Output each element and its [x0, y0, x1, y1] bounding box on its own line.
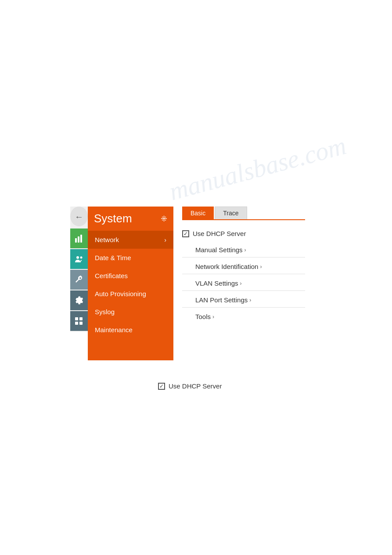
use-dhcp-label: Use DHCP Server	[193, 230, 246, 237]
icon-strip: ←	[70, 207, 88, 332]
bottom-use-dhcp-checkbox[interactable]	[158, 383, 165, 390]
svg-rect-1	[78, 236, 79, 243]
back-icon: ←	[75, 212, 83, 221]
tabs-row: Basic Trace	[182, 207, 305, 220]
nav-label-maintenance: Maintenance	[95, 326, 133, 334]
gear-icon	[74, 296, 84, 305]
tab-basic[interactable]: Basic	[182, 207, 214, 219]
network-identification-arrow: ›	[260, 264, 262, 270]
users-icon-btn[interactable]	[70, 249, 88, 269]
tab-trace[interactable]: Trace	[215, 207, 247, 219]
nav-item-syslog[interactable]: Syslog	[88, 303, 173, 321]
nav-arrow-network: ›	[164, 236, 166, 243]
use-dhcp-checkbox[interactable]	[182, 230, 189, 237]
grid-icon-btn[interactable]	[70, 311, 88, 331]
nav-item-auto-provisioning[interactable]: Auto Provisioning	[88, 285, 173, 303]
nav-label-datetime: Date & Time	[95, 254, 131, 261]
network-identification-label: Network Identification	[195, 263, 258, 270]
nav-item-datetime[interactable]: Date & Time	[88, 249, 173, 267]
tools-settings-arrow: ›	[212, 314, 214, 320]
svg-rect-2	[80, 235, 82, 243]
svg-rect-8	[75, 322, 78, 325]
nav-item-certificates[interactable]: Certificates	[88, 267, 173, 285]
grid-icon	[75, 317, 83, 326]
system-title: System	[94, 212, 132, 225]
content-panel: Basic Trace Use DHCP Server Manual Setti…	[173, 207, 314, 340]
nav-grid-icon: ⁜	[161, 214, 167, 224]
svg-point-3	[76, 256, 79, 259]
svg-rect-6	[75, 317, 78, 320]
bottom-use-dhcp-row: Use DHCP Server	[158, 382, 222, 390]
network-identification-link[interactable]: Network Identification ›	[182, 259, 305, 274]
nav-item-network[interactable]: Network ›	[88, 231, 173, 249]
nav-label-auto-provisioning: Auto Provisioning	[95, 290, 146, 297]
wrench-icon	[74, 275, 84, 285]
nav-panel: System ⁜ Network › Date & Time Certifica…	[88, 207, 173, 360]
use-dhcp-row: Use DHCP Server	[182, 230, 305, 237]
tools-icon-btn[interactable]	[70, 270, 88, 290]
bar-chart-icon	[74, 234, 84, 243]
stats-icon-btn[interactable]	[70, 229, 88, 248]
svg-rect-0	[75, 238, 77, 243]
bottom-section: Use DHCP Server	[158, 382, 222, 395]
dhcp-section: Use DHCP Server Manual Settings › Networ…	[182, 225, 305, 331]
back-button[interactable]: ←	[70, 207, 88, 226]
nav-label-certificates: Certificates	[95, 272, 128, 279]
lan-port-settings-arrow: ›	[249, 297, 251, 303]
nav-item-maintenance[interactable]: Maintenance	[88, 321, 173, 339]
manual-settings-link[interactable]: Manual Settings ›	[182, 243, 305, 258]
svg-rect-9	[79, 322, 83, 325]
svg-point-5	[79, 277, 81, 279]
ui-container: ←	[70, 207, 314, 360]
tools-settings-link[interactable]: Tools ›	[182, 309, 305, 324]
lan-port-settings-link[interactable]: LAN Port Settings ›	[182, 293, 305, 308]
nav-label-network: Network	[95, 236, 119, 243]
bottom-use-dhcp-label: Use DHCP Server	[169, 382, 222, 390]
watermark: manualsbase.com	[166, 131, 349, 207]
manual-settings-arrow: ›	[245, 247, 246, 253]
gear-icon-btn[interactable]	[70, 290, 88, 310]
tools-settings-label: Tools	[195, 313, 211, 320]
vlan-settings-label: VLAN Settings	[195, 279, 238, 287]
users-icon	[74, 254, 84, 264]
nav-header: System ⁜	[88, 207, 173, 231]
svg-point-4	[80, 256, 83, 258]
manual-settings-label: Manual Settings	[195, 246, 243, 254]
nav-label-syslog: Syslog	[95, 308, 115, 316]
vlan-settings-arrow: ›	[240, 280, 242, 287]
lan-port-settings-label: LAN Port Settings	[195, 296, 248, 304]
svg-rect-7	[79, 317, 83, 320]
vlan-settings-link[interactable]: VLAN Settings ›	[182, 276, 305, 291]
